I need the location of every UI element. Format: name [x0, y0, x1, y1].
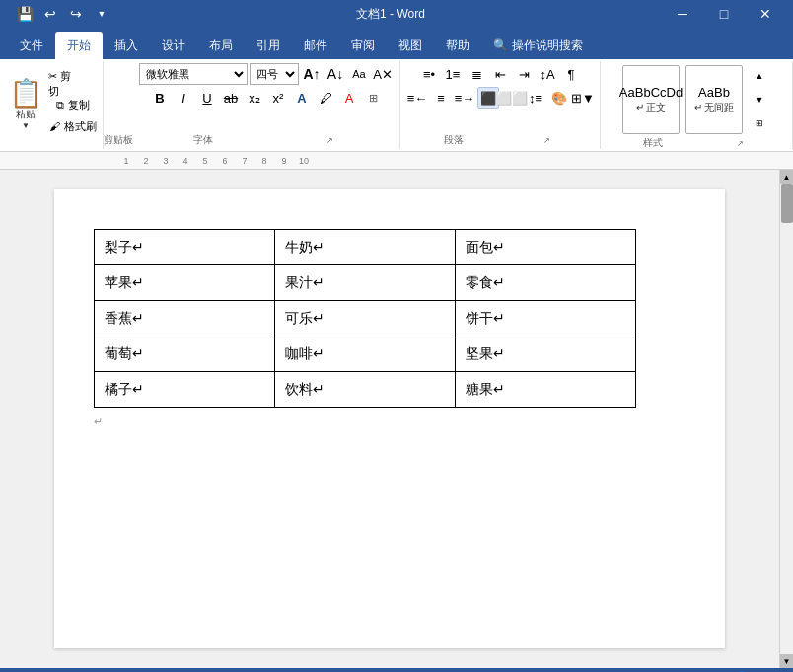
paste-dropdown-icon[interactable]: ▼ [22, 121, 30, 130]
tab-view[interactable]: 视图 [387, 32, 434, 59]
font-name-select[interactable]: 微软雅黑 [139, 63, 248, 85]
underline-btn[interactable]: U [196, 87, 218, 109]
undo-quick-btn[interactable]: ↩ [39, 3, 61, 25]
table-row: 葡萄↵ 咖啡↵ 坚果↵ [95, 336, 636, 372]
distributed-btn[interactable]: ⬜⬜ [501, 87, 523, 109]
tab-layout[interactable]: 布局 [197, 32, 245, 59]
shrink-font-btn[interactable]: A↓ [324, 63, 346, 85]
copy-button[interactable]: ⧉ 复制 [47, 96, 99, 115]
style-no-space-preview: AaBb [698, 85, 730, 101]
table-cell[interactable]: 饮料↵ [275, 372, 456, 408]
line-spacing-btn[interactable]: ↕≡ [525, 87, 546, 109]
document-page: 梨子↵ 牛奶↵ 面包↵ 苹果↵ 果汁↵ 零食↵ 香蕉↵ [54, 189, 725, 648]
styles-content: AaBbCcDd ↵ 正文 AaBb ↵ 无间距 ▲ ▼ ⊞ [622, 65, 770, 134]
superscript-btn[interactable]: x² [267, 87, 289, 109]
scroll-up-btn[interactable]: ▲ [780, 170, 794, 184]
clear-format-btn[interactable]: A✕ [372, 63, 394, 85]
text-effects-btn[interactable]: A [291, 87, 313, 109]
strikethrough-btn[interactable]: ab [220, 87, 242, 109]
multilevel-btn[interactable]: ≣ [466, 63, 487, 85]
style-normal[interactable]: AaBbCcDd ↵ 正文 [622, 65, 680, 134]
table-cell[interactable]: 面包↵ [456, 230, 636, 265]
para-expand-icon[interactable]: ↗ [500, 136, 594, 145]
sort-btn[interactable]: ↕A [537, 63, 558, 85]
scroll-track [780, 184, 793, 654]
vertical-scrollbar[interactable]: ▲ ▼ [779, 170, 793, 668]
tab-file[interactable]: 文件 [8, 32, 55, 59]
show-marks-btn[interactable]: ¶ [560, 63, 582, 85]
tab-insert[interactable]: 插入 [103, 32, 150, 59]
increase-indent-btn[interactable]: ⇥ [513, 63, 535, 85]
table-cell[interactable]: 香蕉↵ [95, 301, 275, 336]
para-row-2: ≡← ≡ ≡→ ⬛ ⬜⬜ ↕≡ 🎨 ⊞▼ [406, 87, 594, 109]
styles-scroll-up[interactable]: ▲ [749, 65, 770, 87]
styles-group-label: 样式 ↗ [609, 136, 784, 150]
tab-search[interactable]: 🔍 操作说明搜索 [481, 32, 595, 59]
redo-quick-btn[interactable]: ↪ [65, 3, 87, 25]
table-body: 梨子↵ 牛奶↵ 面包↵ 苹果↵ 果汁↵ 零食↵ 香蕉↵ [95, 230, 636, 408]
paragraph-mark: ↵ [94, 415, 685, 428]
align-right-btn[interactable]: ≡→ [454, 87, 475, 109]
styles-scroll: ▲ ▼ ⊞ [749, 65, 770, 134]
scroll-down-btn[interactable]: ▼ [780, 654, 794, 668]
style-no-space[interactable]: AaBb ↵ 无间距 [685, 65, 743, 134]
doc-scroll-area[interactable]: 梨子↵ 牛奶↵ 面包↵ 苹果↵ 果汁↵ 零食↵ 香蕉↵ [0, 170, 779, 668]
table-cell[interactable]: 葡萄↵ [95, 336, 275, 372]
font-expand-icon[interactable]: ↗ [266, 136, 394, 145]
title-bar: 💾 ↩ ↪ ▼ 文档1 - Word ─ □ ✕ [0, 0, 793, 28]
paste-label: 粘贴 [16, 108, 36, 121]
table-row: 梨子↵ 牛奶↵ 面包↵ [95, 230, 636, 265]
styles-scroll-down[interactable]: ▼ [749, 89, 770, 111]
shading-btn[interactable]: 🎨 [548, 87, 570, 109]
align-left-btn[interactable]: ≡← [406, 87, 428, 109]
tab-references[interactable]: 引用 [245, 32, 292, 59]
ruler-marks: 1 2 3 4 5 6 7 8 9 10 [116, 156, 314, 166]
borders-btn[interactable]: ⊞▼ [572, 87, 594, 109]
scroll-thumb[interactable] [781, 184, 793, 223]
table-cell[interactable]: 橘子↵ [95, 372, 275, 408]
font-size-select[interactable]: 四号 [250, 63, 299, 85]
table-cell[interactable]: 可乐↵ [275, 301, 456, 336]
tab-review[interactable]: 审阅 [339, 32, 387, 59]
save-quick-btn[interactable]: 💾 [14, 3, 36, 25]
table-cell[interactable]: 果汁↵ [275, 265, 456, 301]
cut-button[interactable]: ✂ 剪切 [47, 74, 75, 94]
font-case-btn[interactable]: Aa [348, 63, 370, 85]
close-btn[interactable]: ✕ [746, 0, 785, 28]
align-center-btn[interactable]: ≡ [430, 87, 452, 109]
dropdown-quick-btn[interactable]: ▼ [91, 3, 112, 25]
subscript-btn[interactable]: x₂ [244, 87, 265, 109]
table-cell[interactable]: 牛奶↵ [275, 230, 456, 265]
table-cell[interactable]: 饼干↵ [456, 301, 636, 336]
numbering-btn[interactable]: 1≡ [442, 63, 464, 85]
tab-mailings[interactable]: 邮件 [292, 32, 339, 59]
paste-button[interactable]: 📋 粘贴 ▼ [4, 74, 47, 137]
tab-help[interactable]: 帮助 [434, 32, 481, 59]
more-font-btn[interactable]: ⊞ [362, 87, 384, 109]
text-highlight-btn[interactable]: 🖊 [315, 87, 336, 109]
word-table[interactable]: 梨子↵ 牛奶↵ 面包↵ 苹果↵ 果汁↵ 零食↵ 香蕉↵ [94, 229, 636, 408]
tab-design[interactable]: 设计 [150, 32, 197, 59]
bullets-btn[interactable]: ≡• [418, 63, 440, 85]
restore-btn[interactable]: □ [704, 0, 744, 28]
bold-btn[interactable]: B [149, 87, 171, 109]
clipboard-secondary: ✂ 剪切 ⧉ 复制 🖌 格式刷 [47, 74, 99, 137]
tab-home[interactable]: 开始 [55, 32, 103, 59]
italic-btn[interactable]: I [173, 87, 194, 109]
table-cell[interactable]: 苹果↵ [95, 265, 275, 301]
table-cell[interactable]: 零食↵ [456, 265, 636, 301]
table-cell[interactable]: 糖果↵ [456, 372, 636, 408]
format-painter-button[interactable]: 🖌 格式刷 [47, 117, 99, 137]
font-color-btn[interactable]: A [338, 87, 360, 109]
minimize-btn[interactable]: ─ [663, 0, 702, 28]
table-cell[interactable]: 坚果↵ [456, 336, 636, 372]
styles-expand-icon[interactable]: ↗ [696, 139, 784, 148]
table-cell[interactable]: 咖啡↵ [275, 336, 456, 372]
table-cell[interactable]: 梨子↵ [95, 230, 275, 265]
ribbon: 📋 粘贴 ▼ ✂ 剪切 ⧉ 复制 🖌 格式刷 剪贴板 微软雅黑 四号 A↑ A↓ [0, 59, 793, 152]
table-row: 香蕉↵ 可乐↵ 饼干↵ [95, 301, 636, 336]
decrease-indent-btn[interactable]: ⇤ [489, 63, 511, 85]
styles-more-btn[interactable]: ⊞ [749, 112, 770, 134]
grow-font-btn[interactable]: A↑ [301, 63, 323, 85]
search-icon: 🔍 [493, 38, 508, 52]
